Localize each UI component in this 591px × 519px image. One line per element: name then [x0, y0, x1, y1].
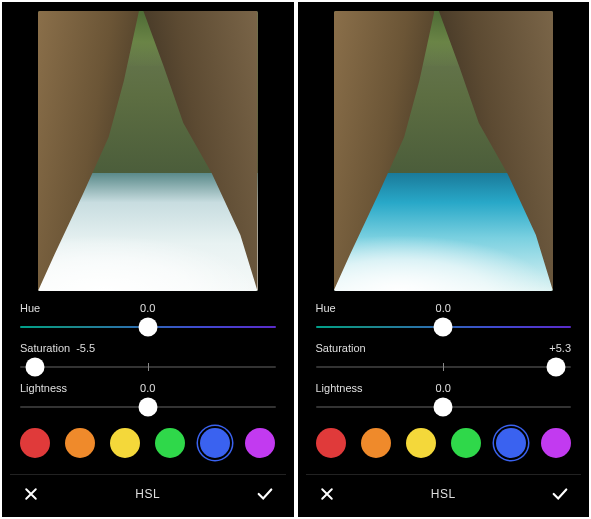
bottom-bar: HSL — [2, 475, 294, 517]
hue-label: Hue — [316, 302, 336, 314]
lightness-slider[interactable]: Lightness 0.0 — [316, 382, 572, 416]
swatch-blue[interactable] — [200, 428, 230, 458]
bottom-bar: HSL — [298, 475, 590, 517]
saturation-slider[interactable]: Saturation +5.3 — [316, 342, 572, 376]
lightness-value: 0.0 — [140, 382, 155, 394]
photo[interactable] — [334, 11, 554, 291]
hue-track[interactable] — [316, 326, 572, 328]
swatch-blue[interactable] — [496, 428, 526, 458]
swatch-green[interactable] — [155, 428, 185, 458]
hue-slider[interactable]: Hue 0.0 — [316, 302, 572, 336]
saturation-track[interactable] — [316, 366, 572, 368]
image-preview — [2, 2, 294, 292]
check-icon — [256, 485, 274, 503]
hsl-controls: Hue 0.0 Saturation +5.3 Lightness 0.0 — [298, 292, 590, 474]
lightness-thumb[interactable] — [138, 398, 157, 417]
cancel-button[interactable] — [316, 483, 338, 505]
check-icon — [551, 485, 569, 503]
hue-label: Hue — [20, 302, 40, 314]
lightness-track[interactable] — [316, 406, 572, 408]
saturation-thumb[interactable] — [546, 358, 565, 377]
lightness-label: Lightness — [20, 382, 67, 394]
mode-label: HSL — [135, 487, 160, 501]
lightness-label: Lightness — [316, 382, 363, 394]
saturation-track[interactable] — [20, 366, 276, 368]
lightness-track[interactable] — [20, 406, 276, 408]
hue-track[interactable] — [20, 326, 276, 328]
hue-value: 0.0 — [436, 302, 451, 314]
swatch-red[interactable] — [316, 428, 346, 458]
saturation-value: +5.3 — [549, 342, 571, 354]
saturation-label: Saturation — [20, 342, 70, 354]
saturation-slider[interactable]: Saturation -5.5 — [20, 342, 276, 376]
hsl-controls: Hue 0.0 Saturation -5.5 Lightness 0.0 — [2, 292, 294, 474]
swatch-orange[interactable] — [361, 428, 391, 458]
lightness-slider[interactable]: Lightness 0.0 — [20, 382, 276, 416]
confirm-button[interactable] — [254, 483, 276, 505]
hue-thumb[interactable] — [434, 318, 453, 337]
swatch-green[interactable] — [451, 428, 481, 458]
cancel-button[interactable] — [20, 483, 42, 505]
hue-thumb[interactable] — [138, 318, 157, 337]
hue-slider[interactable]: Hue 0.0 — [20, 302, 276, 336]
swatch-yellow[interactable] — [110, 428, 140, 458]
saturation-value: -5.5 — [76, 342, 95, 354]
close-icon — [23, 486, 39, 502]
saturation-thumb[interactable] — [26, 358, 45, 377]
swatch-red[interactable] — [20, 428, 50, 458]
hue-value: 0.0 — [140, 302, 155, 314]
confirm-button[interactable] — [549, 483, 571, 505]
image-preview — [298, 2, 590, 292]
mode-label: HSL — [431, 487, 456, 501]
lightness-thumb[interactable] — [434, 398, 453, 417]
color-swatches — [20, 422, 276, 462]
saturation-label: Saturation — [316, 342, 366, 354]
close-icon — [319, 486, 335, 502]
editor-screen-right: Hue 0.0 Saturation +5.3 Lightness 0.0 — [298, 2, 590, 517]
swatch-magenta[interactable] — [245, 428, 275, 458]
swatch-yellow[interactable] — [406, 428, 436, 458]
lightness-value: 0.0 — [436, 382, 451, 394]
swatch-magenta[interactable] — [541, 428, 571, 458]
color-swatches — [316, 422, 572, 462]
swatch-orange[interactable] — [65, 428, 95, 458]
editor-screen-left: Hue 0.0 Saturation -5.5 Lightness 0.0 — [2, 2, 294, 517]
photo[interactable] — [38, 11, 258, 291]
